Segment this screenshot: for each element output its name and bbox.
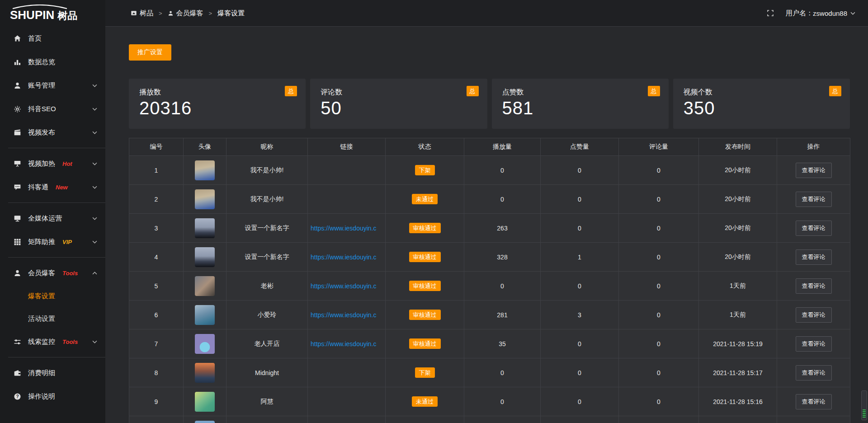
sidebar-item-doukitong[interactable]: 抖客通 New	[0, 175, 105, 199]
cell-id: 2	[129, 185, 184, 214]
cell-likes: 0	[541, 272, 619, 301]
view-comments-button[interactable]: 查看评论	[796, 192, 832, 207]
video-link[interactable]: https://www.iesdouyin.c	[311, 311, 377, 319]
avatar	[195, 363, 215, 383]
breadcrumb-label: 会员爆客	[176, 9, 203, 18]
chevron-down-icon	[92, 217, 97, 220]
scrollbar[interactable]	[861, 390, 867, 420]
total-badge: 总	[648, 86, 660, 96]
col-header-action: 操作	[777, 138, 850, 156]
cell-id: 9	[129, 387, 184, 416]
video-link[interactable]: https://www.iesdouyin.c	[311, 225, 377, 232]
cell-plays: 0	[464, 156, 541, 185]
breadcrumb-separator: >	[209, 10, 212, 17]
view-comments-button[interactable]: 查看评论	[796, 163, 832, 178]
cell-link: https://www.iesdouyin.c	[308, 272, 386, 301]
chevron-down-icon	[92, 240, 97, 244]
cell-plays: 263	[464, 214, 541, 243]
table-row: 9阿慧未通过0002021-11-28 15:16查看评论	[129, 387, 850, 416]
sidebar-divider	[8, 148, 105, 148]
sidebar-item-media-operation[interactable]: 全媒体运营	[0, 207, 105, 230]
cell-status: 审核通过	[386, 329, 464, 358]
table-row: 1我不是小帅!下架00020小时前查看评论	[129, 156, 850, 185]
sidebar-item-member-baoke[interactable]: 会员爆客 Tools	[0, 261, 105, 285]
cell-avatar	[184, 214, 226, 243]
chevron-down-icon	[92, 131, 97, 134]
avatar	[195, 160, 215, 180]
cell-avatar	[184, 416, 226, 423]
sidebar-item-matrix-boost[interactable]: 矩阵助推 VIP	[0, 230, 105, 254]
cell-action: 查看评论	[777, 301, 850, 329]
cell-link: https://www.iesdouyin.c	[308, 301, 386, 329]
table-row	[129, 416, 850, 423]
sidebar-item-label: 会员爆客	[28, 269, 55, 277]
avatar	[195, 276, 215, 296]
sidebar-divider	[8, 202, 105, 203]
hot-badge: Hot	[62, 160, 72, 167]
sidebar-item-home[interactable]: 首页	[0, 27, 105, 50]
view-comments-button[interactable]: 查看评论	[796, 307, 832, 323]
cell-action: 查看评论	[777, 272, 850, 301]
sidebar-item-account-management[interactable]: 账号管理	[0, 74, 105, 97]
sidebar-item-activity-settings[interactable]: 活动设置	[0, 307, 105, 330]
video-link[interactable]: https://www.iesdouyin.c	[311, 282, 377, 290]
cell-plays: 0	[464, 272, 541, 301]
sidebar-item-data-overview[interactable]: 数据总览	[0, 50, 105, 74]
sidebar-item-baoke-settings[interactable]: 爆客设置	[0, 285, 105, 307]
cell-link	[308, 358, 386, 387]
cell-comments: 0	[619, 214, 699, 243]
cell-time: 1天前	[699, 301, 777, 329]
cell-time: 1天前	[699, 272, 777, 301]
sidebar-item-consumption-detail[interactable]: 消费明细	[0, 361, 105, 385]
cell-status: 审核通过	[386, 301, 464, 329]
sidebar-item-label: 线索监控	[28, 338, 55, 346]
sidebar-item-operation-guide[interactable]: ? 操作说明	[0, 385, 105, 408]
breadcrumb-home[interactable]: 树品	[131, 9, 153, 18]
status-badge: 审核通过	[409, 310, 441, 320]
brand-logo[interactable]: SHUPIN 树品	[0, 0, 105, 27]
stat-label: 点赞数	[502, 88, 669, 97]
cell-comments: 0	[619, 156, 699, 185]
avatar	[195, 218, 215, 238]
sidebar-item-label: 消费明细	[28, 369, 55, 377]
video-link[interactable]: https://www.iesdouyin.c	[311, 254, 377, 261]
view-comments-button[interactable]: 查看评论	[796, 221, 832, 236]
fullscreen-icon[interactable]	[767, 9, 774, 17]
cell-likes: 0	[541, 214, 619, 243]
sidebar-item-video-publish[interactable]: 视频发布	[0, 121, 105, 144]
user-menu[interactable]: 用户名： zswodun88	[786, 9, 855, 18]
cell-comments: 0	[619, 301, 699, 329]
cell-link: https://www.iesdouyin.c	[308, 243, 386, 272]
chevron-up-icon	[92, 272, 97, 275]
promo-settings-button[interactable]: 推广设置	[129, 44, 171, 61]
chevron-down-icon	[92, 108, 97, 111]
cell-comments: 0	[619, 358, 699, 387]
cell-comments	[619, 416, 699, 423]
sidebar-item-clue-monitor[interactable]: 线索监控 Tools	[0, 330, 105, 353]
cell-link: https://www.iesdouyin.c	[308, 214, 386, 243]
cell-link: https://www.iesdouyin.c	[308, 329, 386, 358]
breadcrumb-current: 爆客设置	[217, 9, 245, 18]
brand-name-cn: 树品	[57, 9, 77, 23]
breadcrumb-member-baoke[interactable]: 会员爆客	[168, 9, 203, 18]
cell-comments: 0	[619, 329, 699, 358]
cell-action: 查看评论	[777, 387, 850, 416]
sidebar-item-douyin-seo[interactable]: 抖音SEO	[0, 97, 105, 121]
view-comments-button[interactable]: 查看评论	[796, 278, 832, 294]
cell-time: 2021-11-28 15:17	[699, 358, 777, 387]
view-comments-button[interactable]: 查看评论	[796, 365, 832, 381]
video-link[interactable]: https://www.iesdouyin.c	[311, 340, 377, 348]
sidebar-item-label: 视频加热	[28, 160, 55, 168]
cell-link	[308, 156, 386, 185]
sidebar-item-video-heat[interactable]: 视频加热 Hot	[0, 152, 105, 175]
sidebar-divider	[8, 357, 105, 357]
cell-status: 下架	[386, 358, 464, 387]
sidebar: SHUPIN 树品 首页 数据总览 账号管理 抖音SEO 视频发布 视频加热 H…	[0, 0, 105, 423]
table-header-row: 编号 头像 昵称 链接 状态 播放量 点赞量 评论量 发布时间 操作	[129, 138, 850, 156]
view-comments-button[interactable]: 查看评论	[796, 394, 832, 409]
cell-nickname: 老彬	[226, 272, 308, 301]
table-body: 1我不是小帅!下架00020小时前查看评论2我不是小帅!未通过00020小时前查…	[129, 156, 850, 423]
view-comments-button[interactable]: 查看评论	[796, 249, 832, 265]
view-comments-button[interactable]: 查看评论	[796, 336, 832, 352]
cell-nickname: 老人开店	[226, 329, 308, 358]
